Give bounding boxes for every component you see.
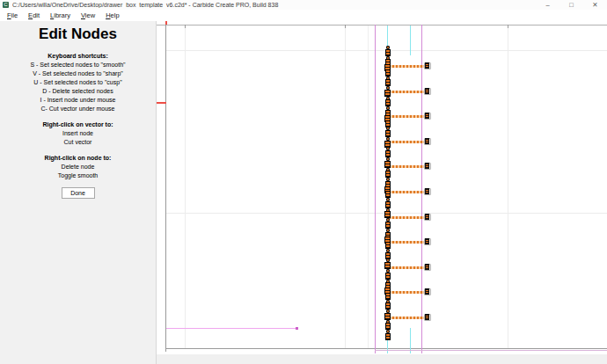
vector-node-sharp[interactable] (386, 80, 390, 85)
vector-dashed-orange[interactable] (389, 291, 428, 294)
node-handle-box[interactable] (424, 188, 431, 195)
done-button[interactable]: Done (62, 187, 95, 199)
vector-red-horizontal[interactable] (157, 102, 166, 104)
panel-section: Keyboard shortcuts:S - Set selected node… (0, 52, 156, 113)
node-handle-box[interactable] (424, 88, 431, 95)
vector-line-violet[interactable] (375, 350, 607, 351)
vector-node-smooth[interactable] (386, 300, 390, 303)
vector-line-magenta[interactable] (375, 25, 376, 353)
vector-dashed-orange[interactable] (389, 65, 428, 68)
vector-node-sharp[interactable] (386, 50, 390, 55)
vector-node-sharp[interactable] (386, 100, 390, 106)
node-handle-box[interactable] (424, 113, 431, 120)
vector-line-pink[interactable] (166, 328, 296, 329)
node-handle-box[interactable] (424, 238, 431, 245)
menu-item-help[interactable]: Help (100, 11, 124, 19)
vector-line-cyan[interactable] (410, 25, 411, 55)
vector-node-sharp[interactable] (386, 121, 390, 127)
vector-node-sharp[interactable] (386, 192, 390, 197)
vector-node-sharp[interactable] (386, 243, 390, 248)
vector-node-sharp[interactable] (386, 151, 390, 157)
vector-dashed-orange[interactable] (389, 216, 428, 219)
panel-sections: Keyboard shortcuts:S - Set selected node… (0, 52, 156, 180)
vector-dashed-orange[interactable] (389, 266, 428, 269)
vector-dashed-orange[interactable] (389, 317, 428, 319)
vector-node-smooth[interactable] (386, 249, 390, 252)
vector-node-sharp[interactable] (386, 324, 390, 329)
vector-node-smooth[interactable] (386, 168, 390, 171)
minimize-button[interactable]: – (536, 0, 559, 10)
vector-node-junction[interactable] (385, 142, 390, 147)
vector-node-smooth[interactable] (386, 280, 390, 283)
vector-node-smooth[interactable] (386, 157, 390, 161)
pink-endpoint-node[interactable] (296, 327, 298, 330)
vector-node-smooth[interactable] (386, 137, 390, 141)
vector-node-smooth[interactable] (386, 218, 390, 222)
workarea-top-border (157, 25, 607, 25)
design-canvas[interactable] (157, 21, 607, 364)
vector-line-magenta[interactable] (421, 25, 422, 353)
vector-node-smooth[interactable] (386, 86, 390, 90)
vector-node-smooth[interactable] (386, 309, 390, 313)
vector-node-smooth[interactable] (386, 76, 390, 80)
vector-dashed-orange[interactable] (389, 91, 428, 93)
vector-dashed-orange[interactable] (389, 165, 428, 168)
node-handle-box[interactable] (424, 314, 431, 321)
vector-node-sharp[interactable] (386, 334, 390, 339)
vector-node-smooth[interactable] (386, 97, 390, 100)
vector-dashed-orange[interactable] (389, 141, 428, 143)
vector-node-sharp[interactable] (386, 253, 390, 258)
vector-dashed-orange[interactable] (389, 241, 428, 244)
vector-node-junction[interactable] (385, 91, 390, 96)
vector-node-sharp[interactable] (386, 294, 390, 299)
vector-node-smooth[interactable] (386, 46, 390, 49)
vector-node-sharp[interactable] (386, 202, 390, 207)
vector-node-junction[interactable] (385, 263, 390, 268)
grid-line-vertical (345, 25, 346, 348)
vector-node-smooth[interactable] (386, 229, 390, 232)
vector-node-junction[interactable] (385, 162, 390, 167)
vector-node-sharp[interactable] (386, 131, 390, 136)
vector-red-vertical[interactable] (165, 21, 167, 25)
node-handle-box[interactable] (424, 264, 431, 271)
vector-node-smooth[interactable] (386, 56, 390, 60)
workarea-bottom-border (165, 348, 607, 349)
node-handle-box[interactable] (424, 138, 431, 145)
menu-item-edit[interactable]: Edit (23, 11, 45, 19)
vector-dashed-orange[interactable] (389, 191, 428, 193)
node-handle-box[interactable] (424, 288, 431, 295)
vector-node-smooth[interactable] (386, 320, 390, 324)
vector-node-smooth[interactable] (386, 269, 390, 273)
menu-item-file[interactable]: File (2, 11, 23, 19)
section-heading: Right-click on vector to: (0, 120, 156, 129)
vector-node-smooth[interactable] (386, 127, 390, 130)
vector-node-smooth[interactable] (386, 330, 390, 333)
vector-node-junction[interactable] (385, 314, 390, 319)
close-button[interactable]: ✕ (583, 0, 607, 10)
vector-node-smooth[interactable] (386, 106, 390, 110)
vector-node-sharp[interactable] (386, 171, 390, 177)
vector-node-sharp[interactable] (386, 70, 390, 76)
app-icon: C (3, 2, 9, 8)
vector-node-sharp[interactable] (386, 273, 390, 279)
canvas-margin-strip (157, 354, 607, 364)
vector-node-smooth[interactable] (386, 198, 390, 201)
node-handle-inner (426, 265, 428, 269)
vector-node-junction[interactable] (385, 212, 390, 217)
vector-node-smooth[interactable] (386, 178, 390, 181)
node-handle-box[interactable] (424, 214, 431, 221)
vector-node-sharp[interactable] (386, 303, 390, 309)
window-controls: –□✕ (536, 0, 607, 10)
menu-item-view[interactable]: View (76, 11, 100, 19)
node-handle-box[interactable] (424, 163, 431, 170)
vector-node-smooth[interactable] (386, 208, 390, 212)
vector-node-smooth[interactable] (386, 258, 390, 262)
node-handle-inner (426, 164, 428, 168)
maximize-button[interactable]: □ (559, 0, 583, 10)
vector-node-smooth[interactable] (386, 147, 390, 150)
node-handle-box[interactable] (424, 62, 431, 69)
menu-item-library[interactable]: Library (45, 11, 76, 19)
vector-dashed-orange[interactable] (389, 115, 428, 118)
vector-node-sharp[interactable] (386, 222, 390, 228)
node-handle-inner (426, 113, 428, 118)
